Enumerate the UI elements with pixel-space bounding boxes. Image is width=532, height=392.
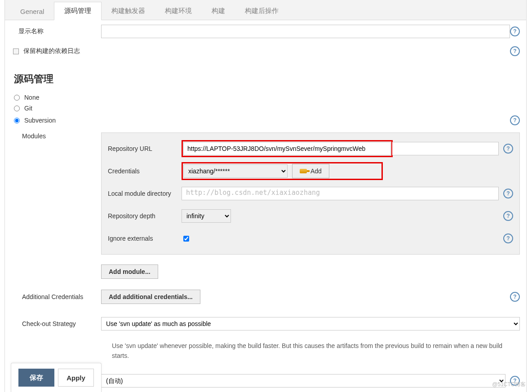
modules-label: Modules: [22, 132, 101, 140]
additional-cred-label: Additional Credentials: [22, 293, 101, 300]
checkout-strategy-select[interactable]: Use 'svn update' as much as possible: [101, 317, 520, 330]
display-name-label: 显示名称: [18, 27, 44, 35]
help-icon[interactable]: ?: [510, 46, 520, 56]
repo-url-input[interactable]: [183, 142, 391, 155]
depth-label: Repository depth: [108, 212, 182, 220]
help-icon[interactable]: ?: [503, 144, 513, 154]
ignore-externals-label: Ignore externals: [108, 235, 182, 242]
local-dir-input[interactable]: [182, 187, 499, 200]
local-dir-label: Local module directory: [108, 190, 182, 197]
config-tabs: General 源码管理 构建触发器 构建环境 构建 构建后操作: [5, 0, 526, 20]
help-icon[interactable]: ?: [510, 292, 520, 302]
add-module-button[interactable]: Add module...: [101, 264, 158, 279]
save-button[interactable]: 保存: [18, 369, 54, 387]
credentials-label: Credentials: [108, 167, 182, 175]
repo-url-input-tail[interactable]: [392, 142, 499, 155]
ignore-externals-checkbox[interactable]: [183, 236, 189, 242]
tab-trigger[interactable]: 构建触发器: [102, 2, 155, 20]
credentials-select[interactable]: xiazhang/******: [183, 164, 288, 178]
help-icon[interactable]: ?: [510, 26, 520, 36]
keep-deps-checkbox[interactable]: [13, 48, 19, 54]
repo-url-label: Repository URL: [108, 145, 182, 152]
radio-subversion[interactable]: [14, 118, 20, 123]
radio-none-label: None: [24, 94, 39, 101]
help-icon[interactable]: ?: [503, 233, 513, 243]
key-icon: [300, 169, 307, 173]
tab-general[interactable]: General: [10, 3, 54, 20]
help-icon[interactable]: ?: [510, 115, 520, 125]
depth-select[interactable]: infinity: [182, 209, 231, 223]
apply-button[interactable]: Apply: [58, 369, 94, 387]
tab-env[interactable]: 构建环境: [155, 2, 202, 20]
add-additional-cred-button[interactable]: Add additional credentials...: [101, 290, 200, 304]
tab-source[interactable]: 源码管理: [54, 2, 102, 20]
credentials-add-button[interactable]: Add: [292, 164, 329, 178]
radio-subversion-label: Subversion: [24, 117, 56, 124]
sticky-action-bar: 保存 Apply: [11, 363, 102, 392]
display-name-input[interactable]: [101, 25, 510, 38]
modules-panel: ↘ SVN项目地址 Repository URL: [101, 132, 520, 255]
checkout-strategy-desc: Use 'svn update' whenever possible, maki…: [112, 341, 520, 361]
help-icon[interactable]: ?: [503, 211, 513, 221]
tab-build[interactable]: 构建: [202, 2, 235, 20]
radio-none[interactable]: [14, 95, 20, 101]
radio-git[interactable]: [14, 106, 20, 111]
section-source-title: 源码管理: [14, 72, 520, 86]
repo-browser-select[interactable]: (自动): [101, 374, 505, 388]
tab-post[interactable]: 构建后操作: [235, 2, 288, 20]
help-icon[interactable]: ?: [503, 189, 513, 198]
credentials-add-label: Add: [310, 167, 322, 175]
page-watermark: @51CTO博客: [492, 381, 526, 388]
radio-git-label: Git: [24, 105, 32, 112]
checkout-strategy-label: Check-out Strategy: [22, 320, 101, 327]
keep-deps-label: 保留构建的依赖日志: [23, 47, 80, 55]
